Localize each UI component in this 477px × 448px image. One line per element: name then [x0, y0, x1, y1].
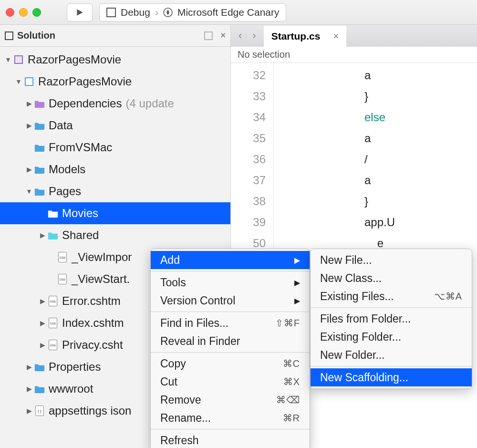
css-file-icon: css	[49, 340, 57, 350]
traffic-lights	[6, 8, 41, 17]
menu-item[interactable]: Cut⌘X	[151, 373, 310, 391]
target-label: Microsoft Edge Canary	[177, 7, 280, 18]
project-icon	[106, 8, 116, 17]
chevron-right-icon: ›	[155, 7, 158, 18]
menu-item[interactable]: Refresh	[151, 431, 310, 448]
menu-item[interactable]: Copy⌘C	[151, 354, 310, 373]
nav-back-button[interactable]: ‹	[236, 30, 245, 42]
nav-forward-button[interactable]: ›	[249, 30, 259, 42]
editor-tabbar: ‹ › Startup.cs ×	[231, 25, 477, 47]
menu-item[interactable]: Existing Files...⌥⌘A	[311, 287, 472, 305]
folder-movies[interactable]: ▶ Movies	[0, 202, 230, 224]
detach-pad-icon[interactable]	[204, 31, 213, 40]
folder-icon	[47, 231, 59, 240]
menu-item[interactable]: Add▶	[151, 251, 310, 269]
project-node[interactable]: ▼ RazorPagesMovie	[0, 71, 230, 93]
close-tab-icon[interactable]: ×	[333, 31, 339, 42]
folder-icon	[34, 187, 45, 196]
folder-shared[interactable]: ▶ Shared	[0, 224, 230, 246]
folder-icon	[34, 385, 45, 393]
folder-icon	[34, 363, 45, 371]
close-pad-icon[interactable]: ×	[220, 31, 226, 41]
folder-icon	[34, 99, 45, 108]
folder-data[interactable]: ▶ Data	[0, 115, 230, 136]
project-icon	[25, 77, 33, 86]
config-label: Debug	[121, 7, 150, 18]
context-menu[interactable]: Add▶Tools▶Version Control▶Find in Files.…	[150, 249, 310, 448]
title-bar: Debug › Microsoft Edge Canary	[0, 0, 477, 25]
svg-marker-0	[77, 9, 83, 16]
solution-node[interactable]: ▼ RazorPagesMovie	[0, 49, 230, 71]
menu-item[interactable]: Files from Folder...	[311, 310, 472, 328]
solution-pad-icon	[5, 31, 13, 40]
folder-pages[interactable]: ▼ Pages	[0, 180, 230, 202]
play-icon	[75, 8, 84, 17]
zoom-window-button[interactable]	[32, 8, 41, 17]
folder-icon	[34, 165, 45, 174]
css-file-icon: css	[58, 274, 67, 284]
menu-item[interactable]: New Class...	[311, 269, 472, 287]
folder-icon	[34, 121, 45, 130]
folder-models[interactable]: ▶ Models	[0, 158, 230, 180]
close-window-button[interactable]	[6, 8, 14, 17]
run-button[interactable]	[67, 3, 93, 21]
editor-breadcrumb[interactable]: No selection	[231, 47, 477, 63]
css-file-icon: css	[49, 296, 57, 306]
add-submenu[interactable]: New File...New Class...Existing Files...…	[310, 249, 472, 389]
editor-tab-startup[interactable]: Startup.cs ×	[264, 26, 346, 47]
solution-pad-header: Solution ×	[0, 25, 230, 47]
menu-item[interactable]: Version Control▶	[151, 292, 310, 310]
menu-item[interactable]: Find in Files...⇧⌘F	[151, 314, 310, 332]
menu-item[interactable]: Existing Folder...	[311, 328, 472, 346]
solution-icon	[14, 55, 23, 64]
svg-marker-2	[166, 10, 169, 15]
compass-icon	[163, 8, 173, 17]
solution-pad-title: Solution	[17, 30, 55, 41]
folder-icon	[47, 209, 59, 218]
menu-item[interactable]: New Scaffolding...	[311, 368, 472, 386]
css-file-icon: css	[58, 252, 67, 262]
run-configuration-breadcrumb[interactable]: Debug › Microsoft Edge Canary	[99, 3, 286, 21]
folder-fromvsmac[interactable]: ▶ FromVSMac	[0, 136, 230, 158]
menu-item[interactable]: New File...	[311, 251, 472, 269]
menu-item[interactable]: Reveal in Finder	[151, 332, 310, 350]
folder-icon	[34, 143, 45, 152]
dependencies-node[interactable]: ▶ Dependencies (4 update	[0, 93, 230, 115]
json-file-icon: { }	[35, 406, 44, 416]
css-file-icon: css	[49, 318, 57, 328]
menu-item[interactable]: Rename...⌘R	[151, 409, 310, 427]
menu-item[interactable]: New Folder...	[311, 346, 472, 364]
menu-item[interactable]: Remove⌘⌫	[151, 391, 310, 409]
minimize-window-button[interactable]	[19, 8, 28, 17]
menu-item[interactable]: Tools▶	[151, 273, 310, 292]
